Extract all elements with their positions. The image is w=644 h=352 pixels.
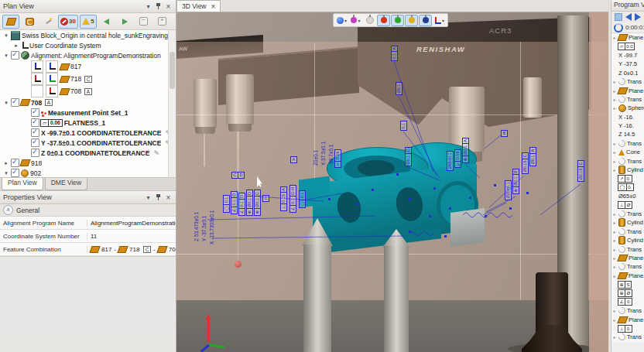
wand-button[interactable] bbox=[39, 15, 57, 29]
tree-scrollbar[interactable] bbox=[168, 30, 176, 177]
program-row[interactable]: Z 14.5 bbox=[611, 130, 644, 138]
probe-red-button[interactable] bbox=[377, 15, 390, 26]
expander-icon[interactable]: ▸ bbox=[612, 255, 617, 261]
expander-icon[interactable]: ▸ bbox=[612, 238, 617, 243]
program-row[interactable]: ▸Trans bbox=[611, 262, 644, 271]
probe-yellow-button[interactable] bbox=[405, 15, 418, 26]
expander-icon[interactable]: ▾ bbox=[3, 100, 9, 106]
expander-icon[interactable]: ▸ bbox=[612, 211, 617, 217]
expander-icon[interactable]: ▸ bbox=[3, 160, 9, 166]
program-row[interactable]: ▸Plane bbox=[611, 316, 644, 324]
program-row[interactable]: ▸Trans bbox=[611, 95, 644, 104]
checkbox[interactable] bbox=[31, 128, 39, 137]
dropdown-caret-icon[interactable]: ▾ bbox=[358, 18, 360, 23]
expander-icon[interactable]: ▸ bbox=[612, 97, 617, 102]
step-back-button[interactable] bbox=[625, 13, 632, 21]
expander-icon[interactable]: ▸ bbox=[612, 149, 617, 155]
program-row[interactable]: ▸Trans bbox=[611, 77, 644, 86]
collapse-all-button[interactable] bbox=[135, 15, 152, 29]
expander-icon[interactable]: ▸ bbox=[612, 308, 617, 313]
stop-button[interactable] bbox=[615, 13, 622, 21]
expander-icon[interactable]: ▸ bbox=[612, 229, 617, 234]
program-row[interactable]: ▸Plane bbox=[611, 254, 644, 262]
tree-row[interactable]: ▾Swiss Block_Origin in central hole_sunk… bbox=[0, 30, 176, 40]
expander-icon[interactable]: ▸ bbox=[612, 167, 617, 173]
tree-row[interactable]: Measurement Point Set_1 bbox=[0, 108, 176, 118]
error-filter-button[interactable]: 30 bbox=[58, 15, 78, 29]
program-row[interactable]: Ø65±0 bbox=[611, 192, 644, 200]
probe-green-button[interactable] bbox=[391, 15, 404, 26]
program-row[interactable]: ▱0.0 bbox=[611, 42, 644, 50]
expander-icon[interactable]: ▸ bbox=[612, 159, 617, 164]
program-row[interactable]: ▸Cylind bbox=[611, 166, 644, 174]
dropdown-caret-icon[interactable]: ▾ bbox=[442, 18, 444, 23]
section-general[interactable]: General bbox=[0, 204, 176, 217]
tree-row[interactable]: X -99.7±0.1 COORDINATETOLERANCE✎ bbox=[0, 128, 176, 138]
warning-filter-button[interactable]: 5 bbox=[80, 15, 97, 29]
expand-all-button[interactable] bbox=[154, 15, 171, 29]
close-icon[interactable] bbox=[164, 193, 173, 202]
tree-row[interactable]: ▱0.06FLATNESS_1 bbox=[0, 118, 176, 128]
program-row[interactable]: ⊕S bbox=[611, 280, 644, 289]
expander-icon[interactable]: ▸ bbox=[612, 317, 617, 323]
expander-icon[interactable]: ▸ bbox=[612, 88, 617, 94]
tab-3d-view[interactable]: 3D View bbox=[176, 0, 221, 12]
axes-button[interactable]: ▾ bbox=[433, 15, 446, 26]
axes-box[interactable] bbox=[31, 73, 43, 85]
coordinate-system-number-field[interactable]: 11 bbox=[87, 233, 176, 240]
3d-scene[interactable]: AW RENISHAW ACR3 bbox=[176, 12, 608, 352]
checkbox[interactable] bbox=[11, 159, 19, 167]
expander-icon[interactable]: ▾ bbox=[3, 32, 9, 39]
probe-ghost-button[interactable] bbox=[363, 15, 376, 26]
program-step-list[interactable]: ▸Plane▱0.0X -99.7Y -37.5Z 0±0.1▸Trans▸Pl… bbox=[611, 33, 644, 342]
expander-icon[interactable]: ▸ bbox=[612, 79, 617, 84]
program-row[interactable]: ↗0. bbox=[611, 174, 644, 183]
pin-icon[interactable] bbox=[154, 2, 163, 11]
tree-row[interactable]: 718C bbox=[0, 73, 176, 85]
program-row[interactable]: ▸Trans bbox=[611, 156, 644, 165]
axes-box[interactable] bbox=[46, 85, 58, 97]
tree-row[interactable]: ▾Alignment: AlignmentProgramDemonstratio… bbox=[0, 50, 176, 60]
scrollbar-thumb[interactable] bbox=[170, 52, 175, 89]
program-row[interactable]: ▸Trans bbox=[611, 306, 644, 315]
checkbox[interactable] bbox=[31, 138, 39, 147]
edit-pencil-icon[interactable]: ✎ bbox=[153, 149, 159, 157]
program-row[interactable]: Z 0±0.1 bbox=[611, 69, 644, 77]
tree-row[interactable]: 817 bbox=[0, 60, 176, 73]
expander-icon[interactable]: ▾ bbox=[3, 170, 9, 176]
expander-icon[interactable]: ▸ bbox=[612, 35, 617, 40]
program-row[interactable]: ▸Cylind bbox=[611, 236, 644, 244]
program-row[interactable]: ◯0. bbox=[611, 183, 644, 192]
probe-navy-button[interactable] bbox=[419, 15, 432, 26]
program-row[interactable]: ▸Cylind bbox=[611, 218, 644, 227]
tree-row[interactable]: ▸918 bbox=[0, 158, 176, 168]
expander-icon[interactable]: ▸ bbox=[612, 141, 617, 146]
close-tab-icon[interactable] bbox=[211, 2, 216, 11]
play-button[interactable] bbox=[635, 13, 641, 21]
panel-menu-icon[interactable] bbox=[144, 193, 152, 202]
probe-magenta-button[interactable]: ▾ bbox=[349, 15, 362, 26]
program-row[interactable]: ⊥0. bbox=[611, 324, 644, 333]
collapse-chevron-icon[interactable] bbox=[3, 205, 13, 215]
view-sphere-button[interactable]: ▾ bbox=[335, 15, 348, 26]
panel-menu-icon[interactable] bbox=[144, 2, 152, 11]
tree-row[interactable]: ▾708A bbox=[0, 97, 176, 108]
checkbox[interactable] bbox=[11, 98, 19, 107]
expander-icon[interactable]: ▸ bbox=[612, 220, 617, 225]
expander-icon[interactable]: ▸ bbox=[612, 334, 617, 340]
axes-box[interactable] bbox=[46, 73, 58, 85]
alignment-program-name-field[interactable]: AlignmentProgramDemonstration bbox=[87, 220, 176, 227]
tree-row[interactable]: Z 0±0.1 COORDINATETOLERANCE✎ bbox=[0, 148, 176, 158]
program-row[interactable]: Y -16. bbox=[611, 121, 644, 130]
feature-combination-field[interactable]: 817-718C-708A bbox=[87, 246, 176, 253]
program-row[interactable]: Y -37.5 bbox=[611, 60, 644, 68]
program-row[interactable]: ⊥Ø bbox=[611, 200, 644, 209]
expander-icon[interactable]: ▸ bbox=[612, 105, 617, 111]
axes-box[interactable] bbox=[46, 60, 58, 73]
arrow-next-button[interactable] bbox=[117, 15, 134, 29]
tree-row[interactable]: ▸User Coordinate System bbox=[0, 40, 176, 50]
expander-icon[interactable]: ▸ bbox=[13, 43, 19, 49]
program-row[interactable]: X -99.7 bbox=[611, 51, 644, 60]
program-row[interactable]: ▸Trans bbox=[611, 333, 644, 341]
expander-icon[interactable]: ▸ bbox=[612, 273, 617, 279]
